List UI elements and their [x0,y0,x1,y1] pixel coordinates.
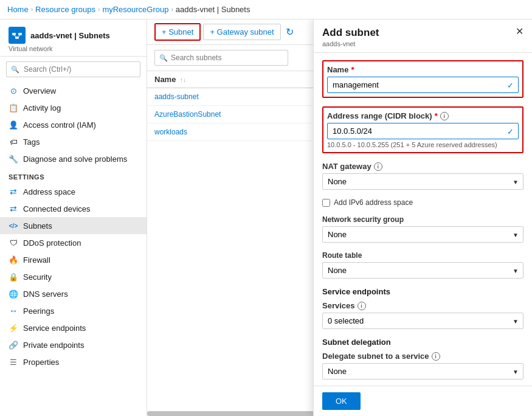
ipv6-label[interactable]: Add IPv6 address space [334,198,413,207]
address-range-field-group: Address range (CIDR block) * i ✓ 10.0.5.… [322,106,523,153]
address-range-info-icon[interactable]: i [440,112,449,120]
sidebar-item-activity-log[interactable]: Activity log [0,99,147,116]
sidebar-item-properties[interactable]: Properties [0,353,147,370]
services-select[interactable]: 0 selected [322,313,523,329]
sidebar-item-address-space[interactable]: Address space [0,183,147,200]
delegate-label: Delegate subnet to a service i [322,352,523,361]
vnet-icon [9,27,26,44]
ipv6-checkbox[interactable] [322,199,330,207]
svg-rect-1 [18,33,22,35]
add-subnet-panel: Add subnet aadds-vnet ✕ Name * ✓ [313,19,532,416]
add-subnet-button[interactable]: + Subnet [154,23,201,41]
breadcrumb-current: aadds-vnet | Subnets [176,5,250,14]
name-input[interactable] [327,77,519,93]
add-gateway-subnet-button[interactable]: + Gateway subnet [203,24,280,40]
nsg-field-group: Network security group None ▼ [322,215,523,243]
sidebar-item-ddos[interactable]: DDoS protection [0,234,147,251]
sidebar-label-diagnose: Diagnose and solve problems [23,154,127,164]
sidebar-item-service-endpoints[interactable]: Service endpoints [0,319,147,336]
breadcrumb-resource-group[interactable]: myResourceGroup [102,5,168,14]
sidebar-label-subnets: Subnets [23,221,52,231]
name-check-icon: ✓ [507,80,514,89]
route-table-select-wrapper: None ▼ [322,262,523,279]
name-required: * [351,65,354,74]
sidebar-item-firewall[interactable]: Firewall [0,251,147,268]
sidebar-label-peerings: Peerings [23,307,54,316]
nat-gateway-select[interactable]: None [322,173,523,190]
breadcrumb: Home › Resource groups › myResourceGroup… [0,0,532,19]
ddos-icon [9,238,18,248]
refresh-button[interactable]: ↻ [283,24,296,40]
sidebar-label-overview: Overview [23,86,56,95]
services-select-wrapper: 0 selected ▼ [322,313,523,329]
sidebar-item-diagnose[interactable]: Diagnose and solve problems [0,150,147,167]
panel-body: Name * ✓ Address range (CIDR block) * i [314,53,532,386]
sidebar-label-devices: Connected devices [23,204,91,213]
panel-header: Add subnet aadds-vnet ✕ [314,19,532,53]
sidebar-item-security[interactable]: Security [0,268,147,285]
tags-icon [9,137,18,147]
sidebar-label-security: Security [23,272,52,282]
panel-close-button[interactable]: ✕ [516,27,523,36]
sidebar-label-firewall: Firewall [23,255,50,265]
sidebar-item-private-endpoints[interactable]: Private endpoints [0,336,147,353]
settings-section-label: Settings [0,167,147,183]
sidebar-label-activity: Activity log [23,103,61,113]
sidebar-item-access-control[interactable]: Access control (IAM) [0,116,147,133]
sidebar-item-connected-devices[interactable]: Connected devices [0,200,147,217]
sidebar-label-tags: Tags [23,137,40,147]
props-icon [9,357,18,367]
sidebar-item-tags[interactable]: Tags [0,133,147,150]
content-search-icon: 🔍 [159,54,168,62]
sidebar-label-props: Properties [23,358,59,367]
content-area: + Subnet + Gateway subnet ↻ 🔍 Name ↑↓ [147,19,532,416]
address-range-hint: 10.0.5.0 - 10.0.5.255 (251 + 5 Azure res… [327,141,519,148]
delegate-info-icon[interactable]: i [432,352,440,361]
ok-button[interactable]: OK [322,392,361,410]
sort-icon-name: ↑↓ [180,77,186,83]
svg-rect-0 [12,33,16,35]
sidebar-item-peerings[interactable]: Peerings [0,302,147,319]
sidebar-item-subnets[interactable]: </> Subnets [0,217,147,234]
sidebar-label-access: Access control (IAM) [23,120,96,130]
sidebar-search-input[interactable] [6,61,140,77]
breadcrumb-home[interactable]: Home [7,5,29,14]
access-icon [9,120,18,130]
panel-footer: OK [314,386,532,416]
sidebar-label-priv-ep: Private endpoints [23,341,84,350]
nat-gateway-label: NAT gateway i [322,162,523,171]
sidebar: aadds-vnet | Subnets Virtual network 🔍 O… [0,19,147,416]
nat-gateway-info-icon[interactable]: i [374,162,382,171]
route-table-select[interactable]: None [322,262,523,279]
firewall-icon [9,255,18,265]
address-range-input[interactable] [327,123,519,139]
services-label: Services i [322,301,523,310]
address-range-label: Address range (CIDR block) * i [327,111,519,120]
service-endpoints-group: Service endpoints Services i 0 selected … [322,287,523,329]
route-table-field-group: Route table None ▼ [322,251,523,279]
search-icon: 🔍 [11,66,19,74]
sidebar-item-dns[interactable]: DNS servers [0,285,147,302]
subnet-delegation-title: Subnet delegation [322,338,523,347]
address-range-check-icon: ✓ [507,127,514,136]
delegate-select[interactable]: None [322,363,523,380]
subnet-search-input[interactable] [154,50,288,66]
sidebar-subtitle: Virtual network [9,45,138,52]
overview-icon [9,86,18,95]
subnets-icon: </> [9,221,18,231]
sidebar-item-overview[interactable]: Overview [0,82,147,99]
diagnose-icon [9,154,18,164]
nsg-select[interactable]: None [322,226,523,243]
sidebar-label-svc-ep: Service endpoints [23,324,86,333]
sidebar-label-ddos: DDoS protection [23,238,81,248]
sidebar-title: aadds-vnet | Subnets [30,31,110,40]
name-label: Name * [327,65,519,74]
priv-ep-icon [9,340,18,350]
breadcrumb-resource-groups[interactable]: Resource groups [35,5,95,14]
route-table-label: Route table [322,251,523,260]
name-field-group: Name * ✓ [322,60,523,98]
address-icon [9,187,18,196]
panel-title: Add subnet [322,27,379,39]
services-info-icon[interactable]: i [358,302,366,310]
nsg-select-wrapper: None ▼ [322,226,523,243]
